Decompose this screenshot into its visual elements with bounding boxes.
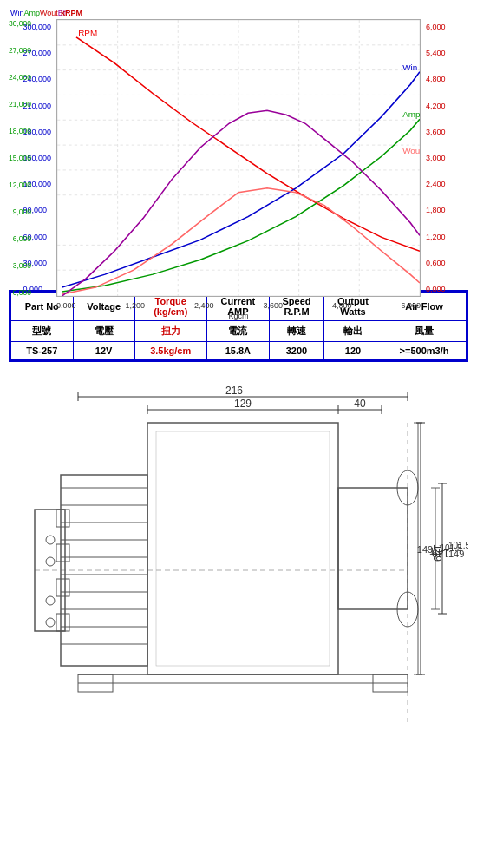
th-chinese-partno: 型號 (11, 321, 74, 342)
svg-point-41 (46, 536, 55, 544)
th-chinese-current: 電流 (206, 321, 269, 342)
th-chinese-airflow: 風量 (382, 321, 467, 342)
wout-header: Wout (40, 9, 58, 17)
amp-header: Amp (24, 9, 41, 17)
svg-point-43 (46, 596, 55, 605)
td-output: 120 (323, 342, 382, 360)
svg-text:Amp: Amp (402, 110, 420, 119)
x-axis-labels: 0,000 1,200 2,400 3,600 4,800 6,000 (56, 299, 421, 310)
chart-area: RPM Win Amp Wout 0,000 1,200 (56, 19, 421, 314)
svg-text:Win: Win (402, 62, 417, 71)
left-axis-labels: 300,000 270,000 240,000 210,000 180,000 … (21, 19, 53, 297)
svg-point-42 (46, 557, 55, 566)
win-val-0: 300,000 (23, 23, 51, 31)
td-partno: TS-257 (11, 342, 74, 360)
technical-drawing-svg: 216 129 40 (9, 371, 468, 744)
table-data-row: TS-257 12V 3.5kg/cm 15.8A 3200 120 >=500… (11, 342, 467, 360)
svg-text:Wout: Wout (402, 146, 421, 155)
svg-rect-55 (56, 510, 69, 527)
chart-svg: RPM Win Amp Wout (56, 19, 421, 297)
x-axis-unit: Kgcm (56, 312, 421, 320)
td-speed: 3200 (270, 342, 324, 360)
svg-rect-60 (156, 431, 330, 666)
td-torque: 3.5kg/cm (134, 342, 206, 360)
th-chinese-speed: 轉速 (270, 321, 324, 342)
td-airflow: >=500m3/h (382, 342, 467, 360)
td-voltage: 12V (73, 342, 134, 360)
svg-text:216: 216 (225, 385, 243, 397)
th-chinese-voltage: 電壓 (73, 321, 134, 342)
svg-text:129: 129 (234, 398, 252, 410)
rpm-header: kRPM (61, 9, 82, 17)
left-axis: 300,000 270,000 240,000 210,000 180,000 … (9, 19, 56, 314)
th-chinese-output: 輸出 (323, 321, 382, 342)
svg-text:RPM: RPM (78, 28, 97, 36)
th-chinese-torque: 扭力 (134, 321, 206, 342)
win-header: Win (10, 9, 24, 17)
svg-text:40: 40 (354, 398, 366, 410)
td-current: 15.8A (206, 342, 269, 360)
chart-container: 300,000 270,000 240,000 210,000 180,000 … (9, 19, 468, 314)
right-axis: 6,000 5,400 4,800 4,200 3,600 3,000 2,40… (421, 19, 468, 314)
svg-text:101.5: 101.5 (440, 543, 461, 553)
svg-point-44 (46, 618, 55, 627)
svg-rect-57 (56, 579, 69, 596)
svg-rect-58 (56, 614, 69, 631)
svg-rect-56 (56, 544, 69, 562)
table-chinese-header-row: 型號 電壓 扭力 電流 轉速 輸出 風量 (11, 321, 467, 342)
svg-rect-35 (338, 488, 408, 609)
chart-section: Win Amp Wout Eff kRPM 300,000 270,000 24… (0, 0, 477, 320)
svg-rect-34 (147, 423, 338, 674)
right-axis-labels: 6,000 5,400 4,800 4,200 3,600 3,000 2,40… (424, 19, 448, 297)
svg-text:149: 149 (417, 544, 433, 555)
drawing-section: 216 129 40 (9, 371, 468, 746)
